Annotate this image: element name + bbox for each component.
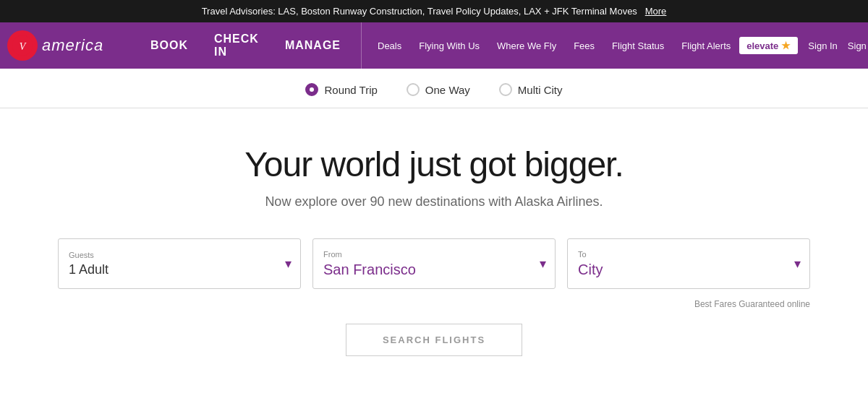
sign-up-link[interactable]: Sign Up [848, 40, 868, 51]
nav-book[interactable]: BOOK [137, 22, 201, 69]
nav-deals[interactable]: Deals [369, 22, 410, 69]
elevate-badge[interactable]: elevate ★ [739, 37, 798, 54]
search-btn-area: SEARCH FLIGHTS [0, 309, 868, 378]
logo-area[interactable]: V america [7, 30, 123, 61]
one-way-label: One Way [425, 84, 470, 96]
trip-multi-city[interactable]: Multi City [499, 83, 563, 96]
from-label: From [323, 250, 545, 259]
search-form: Guests 1 Adult ▾ From San Francisco ▾ To… [36, 238, 832, 296]
to-label: To [578, 250, 799, 259]
nav-where-we-fly[interactable]: Where We Fly [488, 22, 565, 69]
to-dropdown-arrow: ▾ [794, 256, 801, 272]
guests-dropdown-arrow: ▾ [285, 256, 292, 272]
hero-section: Your world just got bigger. Now explore … [0, 108, 868, 238]
nav-manage[interactable]: MANAGE [272, 22, 354, 69]
elevate-label: elevate [746, 40, 778, 51]
guests-field[interactable]: Guests 1 Adult ▾ [58, 238, 301, 289]
elevate-star-icon: ★ [781, 40, 791, 51]
from-value: San Francisco [323, 262, 545, 278]
navbar: V america BOOK CHECK IN MANAGE Deals Fly… [0, 22, 868, 69]
nav-fees[interactable]: Fees [565, 22, 603, 69]
round-trip-label: Round Trip [324, 84, 377, 96]
svg-text:V: V [20, 41, 27, 52]
logo-text: america [42, 36, 103, 55]
nav-right: elevate ★ Sign In Sign Up [739, 37, 868, 54]
multi-city-radio[interactable] [499, 83, 512, 96]
banner-text: Travel Advisories: LAS, Boston Runway Co… [202, 6, 637, 17]
banner-more-link[interactable]: More [645, 6, 667, 17]
main-nav: BOOK CHECK IN MANAGE [137, 22, 354, 69]
from-dropdown-arrow: ▾ [540, 256, 546, 272]
search-flights-button[interactable]: SEARCH FLIGHTS [346, 324, 522, 356]
to-value: City [578, 262, 799, 278]
hero-subtitle: Now explore over 90 new destinations wit… [14, 194, 854, 210]
from-field[interactable]: From San Francisco ▾ [312, 238, 556, 289]
nav-flight-alerts[interactable]: Flight Alerts [673, 22, 739, 69]
sub-nav: Deals Flying With Us Where We Fly Fees F… [361, 22, 739, 69]
trip-round-trip[interactable]: Round Trip [305, 83, 377, 96]
guests-label: Guests [69, 251, 290, 259]
round-trip-radio[interactable] [305, 83, 318, 96]
multi-city-label: Multi City [518, 84, 563, 96]
trip-one-way[interactable]: One Way [407, 83, 470, 96]
to-field[interactable]: To City ▾ [567, 238, 810, 289]
best-fares-text: Best Fares Guaranteed online [36, 296, 832, 309]
virgin-logo-icon: V [7, 30, 38, 61]
nav-flight-status[interactable]: Flight Status [603, 22, 673, 69]
sign-in-link[interactable]: Sign In [808, 40, 837, 51]
trip-type-bar: Round Trip One Way Multi City [0, 69, 868, 108]
guests-value: 1 Adult [69, 262, 290, 277]
nav-flying-with-us[interactable]: Flying With Us [410, 22, 488, 69]
one-way-radio[interactable] [407, 83, 420, 96]
nav-check-in[interactable]: CHECK IN [201, 22, 272, 69]
hero-title: Your world just got bigger. [14, 144, 854, 184]
travel-banner: Travel Advisories: LAS, Boston Runway Co… [0, 0, 868, 22]
